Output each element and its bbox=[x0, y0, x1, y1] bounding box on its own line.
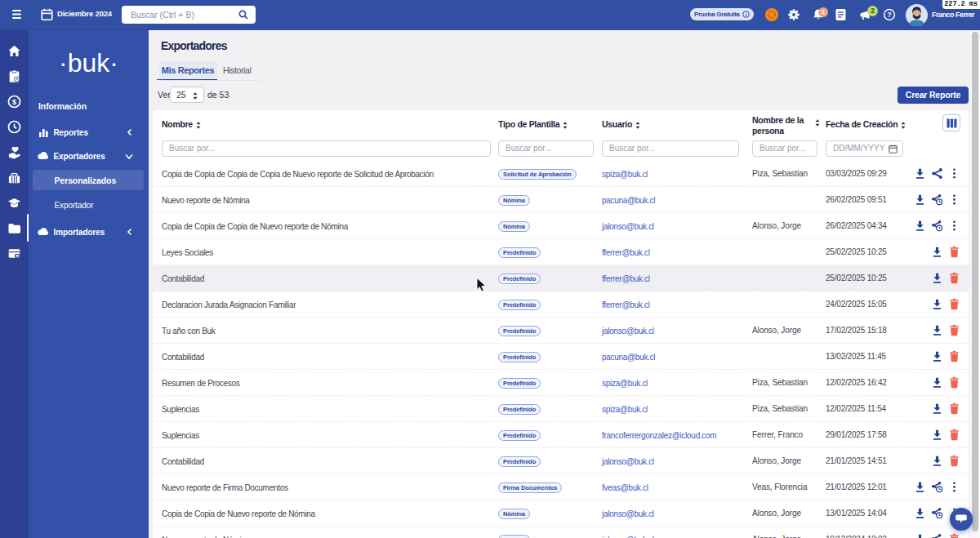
svg-text:?: ? bbox=[887, 11, 891, 19]
svg-text:$: $ bbox=[12, 97, 17, 106]
